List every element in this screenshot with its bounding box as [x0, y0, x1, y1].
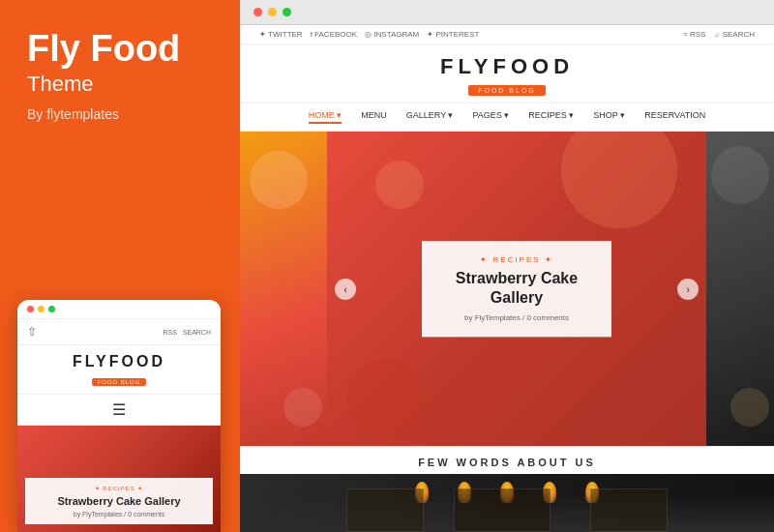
hero-area: ‹ ✦ RECIPES ✦ Strawberry Cake Gallery by…	[240, 132, 774, 446]
hero-arrow-left[interactable]: ‹	[335, 279, 356, 300]
hero-arrow-right[interactable]: ›	[677, 279, 699, 300]
mobile-recipes-tag: ✦ RECIPES ✦	[34, 485, 204, 491]
mobile-top-bar	[17, 300, 221, 319]
mobile-hero-area: ✦ RECIPES ✦ Strawberry Cake Gallery by F…	[17, 426, 221, 532]
about-title: FEW WORDS ABOUT US	[240, 457, 774, 468]
site-logo-text: FLYFOOD	[240, 54, 774, 79]
social-links: ✦ TWITTER f FACEBOOK ◎ INSTAGRAM ✦ PINTE…	[259, 30, 479, 39]
mobile-mockup: ⇧ RSS SEARCH FLYFOOD FOOD BLOG ☰ ✦ RECIP…	[17, 300, 221, 532]
mobile-search-label: SEARCH	[183, 329, 211, 336]
mobile-logo-badge: FOOD BLOG	[92, 378, 147, 386]
left-subtitle: Theme	[27, 72, 213, 97]
left-panel: Fly Food Theme By flytemplates ⇧ RSS SEA…	[0, 0, 240, 532]
pinterest-link[interactable]: ✦ PINTEREST	[427, 30, 479, 39]
about-image-strip	[240, 474, 774, 532]
about-section: FEW WORDS ABOUT US	[240, 446, 774, 474]
left-by: By flytemplates	[27, 106, 213, 122]
mobile-rss-search: RSS SEARCH	[163, 329, 211, 336]
browser-dot-red	[253, 8, 262, 16]
mobile-dots	[27, 306, 55, 312]
site-top-bar: ✦ TWITTER f FACEBOOK ◎ INSTAGRAM ✦ PINTE…	[240, 25, 774, 44]
nav-item-recipes[interactable]: RECIPES ▾	[528, 110, 574, 124]
rss-link[interactable]: ≈ RSS	[683, 30, 705, 39]
hero-left-image	[240, 132, 327, 446]
site-logo-area: FLYFOOD FOOD BLOG	[240, 44, 774, 103]
mobile-header: ⇧ RSS SEARCH	[17, 319, 221, 345]
nav-item-pages[interactable]: PAGES ▾	[472, 110, 509, 124]
twitter-link[interactable]: ✦ TWITTER	[259, 30, 303, 39]
site-nav: HOME ▾ MENU GALLERY ▾ PAGES ▾ RECIPES ▾ …	[240, 103, 774, 132]
mobile-card-title: Strawberry Cake Gallery	[34, 494, 204, 508]
top-bar-right: ≈ RSS ⌕ SEARCH	[683, 30, 755, 39]
nav-item-menu[interactable]: MENU	[361, 110, 387, 124]
nav-item-gallery[interactable]: GALLERY ▾	[406, 110, 454, 124]
site-logo-badge: FOOD BLOG	[468, 85, 546, 96]
mobile-card-by: by FlyTemplates / 0 comments	[34, 511, 204, 517]
browser-dot-green	[283, 8, 291, 16]
mobile-dot-yellow	[38, 306, 45, 312]
right-panel: ✦ TWITTER f FACEBOOK ◎ INSTAGRAM ✦ PINTE…	[240, 0, 774, 532]
mobile-overlay-card: ✦ RECIPES ✦ Strawberry Cake Gallery by F…	[25, 478, 213, 524]
mobile-dot-green	[48, 306, 55, 312]
search-link[interactable]: ⌕ SEARCH	[715, 30, 755, 39]
instagram-link[interactable]: ◎ INSTAGRAM	[365, 30, 419, 39]
facebook-link[interactable]: f FACEBOOK	[311, 30, 357, 39]
nav-item-reservation[interactable]: RESERVATION	[644, 110, 705, 124]
left-title: Fly Food	[27, 29, 213, 70]
hero-overlay-card: ✦ RECIPES ✦ Strawberry Cake Gallery by F…	[422, 241, 611, 338]
mobile-rss-label: RSS	[163, 329, 176, 336]
nav-item-home[interactable]: HOME ▾	[309, 110, 342, 124]
mobile-hamburger-icon[interactable]: ☰	[17, 395, 221, 426]
website-content: ✦ TWITTER f FACEBOOK ◎ INSTAGRAM ✦ PINTE…	[240, 25, 774, 532]
mobile-logo-area: FLYFOOD FOOD BLOG	[17, 345, 221, 395]
hero-recipes-tag: ✦ RECIPES ✦	[440, 255, 593, 264]
mobile-logo-text: FLYFOOD	[17, 353, 221, 370]
hero-card-by: by FlyTemplates / 0 comments	[440, 313, 593, 322]
hero-center-image: ‹ ✦ RECIPES ✦ Strawberry Cake Gallery by…	[327, 132, 706, 446]
hero-right-image	[706, 132, 774, 446]
nav-item-shop[interactable]: SHOP ▾	[593, 110, 625, 124]
browser-dot-yellow	[268, 8, 277, 16]
mobile-dot-red	[27, 306, 34, 312]
hero-card-title: Strawberry Cake Gallery	[440, 269, 593, 310]
mobile-share-icon: ⇧	[27, 325, 37, 339]
browser-chrome	[240, 0, 774, 25]
